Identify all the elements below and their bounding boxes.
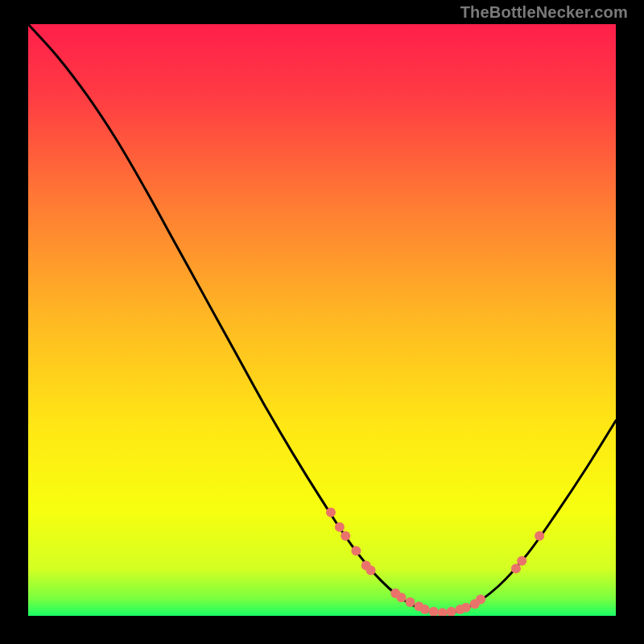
data-marker [535, 531, 544, 541]
data-marker [511, 564, 521, 573]
data-marker [406, 597, 415, 607]
plot-background [28, 24, 616, 616]
data-marker [366, 565, 376, 575]
data-marker [420, 605, 430, 614]
data-marker [341, 531, 350, 541]
data-marker [351, 546, 361, 555]
data-marker [326, 507, 336, 517]
data-marker [461, 603, 471, 613]
data-marker [476, 594, 485, 604]
data-marker [517, 556, 526, 566]
bottleneck-plot [28, 24, 616, 616]
data-marker [397, 592, 407, 602]
data-marker [335, 522, 345, 532]
chart-container: TheBottleNecker.com [0, 0, 644, 644]
attribution-text: TheBottleNecker.com [460, 3, 628, 22]
